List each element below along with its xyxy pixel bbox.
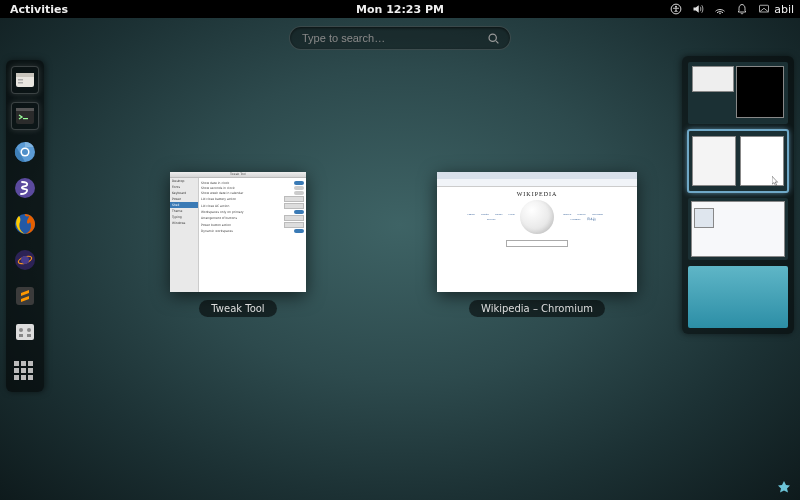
- dash-files[interactable]: [11, 66, 39, 94]
- dash-terminal[interactable]: [11, 102, 39, 130]
- clock[interactable]: Mon 12:23 PM: [356, 3, 444, 16]
- window-chromium[interactable]: WIKIPEDIA EnglishEspañolItalianoPolskiРу…: [437, 172, 637, 317]
- workspace-1[interactable]: [688, 62, 788, 124]
- system-tray: abil: [670, 3, 794, 16]
- svg-rect-7: [18, 79, 23, 81]
- network-icon[interactable]: [714, 3, 726, 15]
- workspace-3[interactable]: [688, 198, 788, 260]
- accessibility-icon[interactable]: [670, 3, 682, 15]
- workspace-4[interactable]: [688, 266, 788, 328]
- svg-point-2: [719, 13, 721, 15]
- dash-eclipse[interactable]: [11, 246, 39, 274]
- workspace-switcher: [682, 56, 794, 334]
- window-caption: Tweak Tool: [199, 300, 276, 317]
- svg-rect-11: [23, 118, 28, 119]
- svg-point-1: [675, 6, 677, 8]
- window-caption: Wikipedia – Chromium: [469, 300, 605, 317]
- user-menu[interactable]: abil: [758, 3, 794, 16]
- user-name: abil: [774, 3, 794, 16]
- dash-chromium[interactable]: [11, 138, 39, 166]
- svg-point-15: [15, 178, 35, 198]
- search-input[interactable]: [300, 31, 487, 45]
- dash-utilities[interactable]: [11, 318, 39, 346]
- cursor-icon: [772, 176, 780, 186]
- dash-emacs[interactable]: [11, 174, 39, 202]
- window-tweak-tool[interactable]: Tweak Tool DesktopFontsKeyboardPower She…: [170, 172, 306, 317]
- activities-button[interactable]: Activities: [0, 3, 78, 16]
- top-panel: Activities Mon 12:23 PM abil: [0, 0, 800, 18]
- dash-sublime[interactable]: [11, 282, 39, 310]
- dash: [6, 60, 44, 392]
- svg-point-4: [489, 34, 496, 41]
- svg-point-22: [19, 328, 23, 332]
- volume-icon[interactable]: [692, 3, 704, 15]
- overview-search: [289, 26, 511, 50]
- notifications-icon[interactable]: [736, 3, 748, 15]
- svg-rect-8: [18, 82, 23, 84]
- svg-point-19: [21, 256, 29, 264]
- wikipedia-globe-icon: [520, 200, 554, 234]
- search-icon: [487, 32, 500, 45]
- workspace-2[interactable]: [688, 130, 788, 192]
- svg-point-23: [27, 328, 31, 332]
- apps-grid-icon: [14, 361, 36, 383]
- dash-show-apps[interactable]: [11, 358, 39, 386]
- svg-rect-10: [16, 108, 34, 111]
- svg-rect-21: [16, 324, 34, 340]
- dash-firefox[interactable]: [11, 210, 39, 238]
- svg-rect-20: [16, 287, 34, 305]
- svg-rect-6: [16, 73, 34, 77]
- message-tray-icon[interactable]: [776, 480, 792, 496]
- svg-rect-24: [19, 334, 23, 337]
- svg-rect-25: [27, 334, 31, 337]
- svg-point-14: [22, 149, 28, 155]
